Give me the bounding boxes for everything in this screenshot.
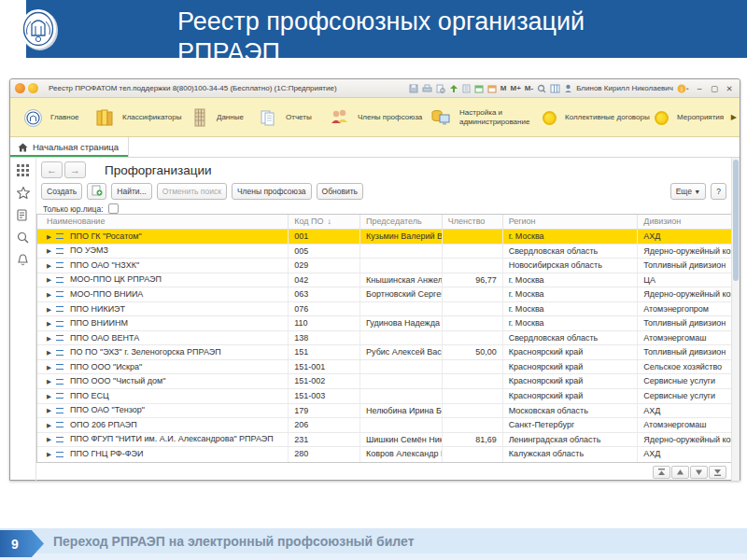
help-button[interactable]: ? <box>711 183 726 200</box>
members-button[interactable]: Члены профсоюза <box>232 183 312 200</box>
row-expand-icon[interactable]: ▶ <box>47 316 51 330</box>
col-membership[interactable]: Членство <box>443 215 503 229</box>
create-group-button[interactable] <box>87 183 106 200</box>
col-name[interactable]: Наименование <box>37 215 289 229</box>
legal-entities-checkbox[interactable] <box>108 203 119 214</box>
table-row[interactable]: ▶ППО ФГУП "НИТИ им. А.И. Александрова" Р… <box>37 433 733 448</box>
row-expand-icon[interactable]: ▶ <box>47 331 51 345</box>
ribbon-item-contracts[interactable]: Коллективные договоры <box>543 98 650 137</box>
calendar-icon[interactable] <box>474 84 484 93</box>
row-expand-icon[interactable]: ▶ <box>47 230 51 244</box>
slide-title: Реестр профсоюзных организаций РПРАЭП <box>177 7 585 58</box>
send-icon[interactable] <box>449 84 458 93</box>
go-last-icon[interactable] <box>709 466 726 479</box>
ribbon-item-classifiers[interactable]: Классификаторы <box>96 98 181 137</box>
table-row[interactable]: ▶ППО ВНИИНМ 110 Гудинова Надежда Серг...… <box>37 316 733 331</box>
info-icon[interactable]: i <box>677 84 690 93</box>
ribbon-item-events[interactable]: Мероприятия <box>655 98 724 137</box>
zoom-icon[interactable] <box>537 84 546 93</box>
row-expand-icon[interactable]: ▶ <box>47 360 51 374</box>
create-button[interactable]: Создать <box>41 183 82 200</box>
table-row[interactable]: ▶ППО НИКИЭТ 076 г. Москва Атомэнергопром <box>37 302 733 317</box>
table-row[interactable]: ▶ППО ЕСЦ 151-003 Красноярский край Серви… <box>37 389 733 404</box>
go-first-icon[interactable] <box>653 466 670 479</box>
table-row[interactable]: ▶ППО ОАО "НЗХК" 029 Новосибирская област… <box>37 259 733 273</box>
ribbon-item-members[interactable]: Члены профсоюза <box>330 98 422 137</box>
back-button[interactable]: ← <box>41 161 63 178</box>
row-expand-icon[interactable]: ▶ <box>47 389 51 403</box>
memory-m-button[interactable]: M <box>500 84 507 92</box>
row-expand-icon[interactable]: ▶ <box>47 404 51 418</box>
table-row[interactable]: ▶ППО ООО "Чистый дом" 151-002 Красноярск… <box>37 374 733 389</box>
form-title: Профорганизации <box>105 163 212 177</box>
table-row[interactable]: ▶ППО ГНЦ РФ-ФЭИ 280 Ковров Александр Пет… <box>37 447 733 462</box>
ribbon-item-data[interactable]: Данные <box>191 98 244 137</box>
table-row[interactable]: ▶ОПО 206 РПАЭП 206 Санкт-Петербург Атомэ… <box>37 418 733 433</box>
save-icon[interactable] <box>409 84 418 93</box>
table-row[interactable]: ▶ППО ОАО "Тензор" 179 Нелюбина Ирина Бор… <box>37 404 733 419</box>
row-expand-icon[interactable]: ▶ <box>47 345 51 359</box>
close-button[interactable]: ✕ <box>724 84 735 93</box>
ribbon-overflow-icon[interactable]: ▶ <box>731 113 737 121</box>
row-expand-icon[interactable]: ▶ <box>47 418 51 432</box>
app-menu-icon[interactable] <box>15 83 25 93</box>
menu-grid-icon[interactable] <box>17 164 29 176</box>
row-expand-icon[interactable]: ▶ <box>47 302 51 316</box>
find-button[interactable]: Найти... <box>111 183 151 200</box>
table-row[interactable]: ▶ППО ООО "Искра" 151-001 Красноярский кр… <box>37 360 733 375</box>
columns-icon[interactable] <box>550 84 560 93</box>
row-expand-icon[interactable]: ▶ <box>47 245 51 259</box>
slide: Реестр профсоюзных организаций РПРАЭП Ре… <box>0 0 747 560</box>
table-row[interactable]: ▶ППО ОАО ВЕНТА 138 Свердловская область … <box>37 331 733 346</box>
scrollbar-thumb[interactable] <box>733 160 739 281</box>
maximize-button[interactable]: ▢ <box>709 84 720 93</box>
ribbon-item-settings[interactable]: Настройка и администрирование <box>430 98 527 137</box>
table-row[interactable]: ▶МОО-ППО ВНИИА 063 Бортновский Сергей Ко… <box>37 287 733 302</box>
ribbon-item-main[interactable]: Главное <box>24 98 79 137</box>
row-expand-icon[interactable]: ▶ <box>47 433 51 447</box>
history-icon[interactable] <box>17 209 29 221</box>
search-icon[interactable] <box>17 231 29 244</box>
row-expand-icon[interactable]: ▶ <box>47 374 51 388</box>
calculator-icon[interactable] <box>487 84 497 93</box>
preview-icon[interactable] <box>436 84 445 93</box>
more-button[interactable]: Еще ▼ <box>670 183 707 200</box>
organization-icon <box>56 437 63 442</box>
user-icon <box>564 84 572 93</box>
go-down-icon[interactable] <box>690 466 708 479</box>
memory-mminus-button[interactable]: M- <box>525 84 533 92</box>
favorites-star-icon[interactable] <box>17 187 30 199</box>
row-expand-icon[interactable]: ▶ <box>47 447 51 461</box>
tab-home[interactable]: Начальная страница <box>10 137 129 157</box>
minimize-button[interactable]: – <box>694 84 705 93</box>
current-user[interactable]: Блинов Кирилл Николаевич <box>576 84 673 92</box>
table-row[interactable]: ▶ПО УЭМЗ 005 Свердловская область Ядерно… <box>37 245 733 259</box>
table-row[interactable]: ▶МОО-ППО ЦК РПРАЭП 042 Кнышинская Анжели… <box>37 273 733 288</box>
form-content: ← → Профорганизации Создать Найти... Отм… <box>36 158 740 481</box>
col-division[interactable]: Дивизион <box>638 215 733 229</box>
col-chair[interactable]: Председатель <box>360 215 443 229</box>
slide-footer-strip <box>0 553 747 560</box>
go-up-icon[interactable] <box>671 466 689 479</box>
table-row[interactable]: ▶ПО ПО "ЭХЗ" г. Зеленогорска РПРАЭП 151 … <box>37 345 733 360</box>
notifications-bell-icon[interactable] <box>17 254 29 266</box>
memory-mplus-button[interactable]: M+ <box>511 84 521 92</box>
table-row[interactable]: ▶ППО ГК "Росатом" 001 Кузьмин Валерий Ве… <box>37 230 733 245</box>
classifiers-icon <box>96 108 114 127</box>
refresh-button[interactable]: Обновить <box>317 183 364 200</box>
left-toolbar <box>10 158 36 481</box>
col-region[interactable]: Регион <box>503 215 639 229</box>
events-icon <box>655 111 669 125</box>
col-code[interactable]: Код ПО↓ <box>289 215 360 229</box>
titlebar-tools: M M+ M- Блинов Кирилл Николаевич i – ▢ ✕ <box>409 84 735 93</box>
document-icon[interactable] <box>462 84 471 93</box>
cancel-search-button[interactable]: Отменить поиск <box>157 183 227 200</box>
row-expand-icon[interactable]: ▶ <box>47 273 51 287</box>
row-expand-icon[interactable]: ▶ <box>47 259 51 273</box>
vertical-scrollbar[interactable] <box>731 158 740 481</box>
app-links-icon[interactable] <box>28 83 38 93</box>
forward-button[interactable]: → <box>64 161 86 178</box>
print-icon[interactable] <box>422 84 432 93</box>
row-expand-icon[interactable]: ▶ <box>47 287 51 301</box>
ribbon-item-reports[interactable]: Отчеты <box>259 98 312 137</box>
